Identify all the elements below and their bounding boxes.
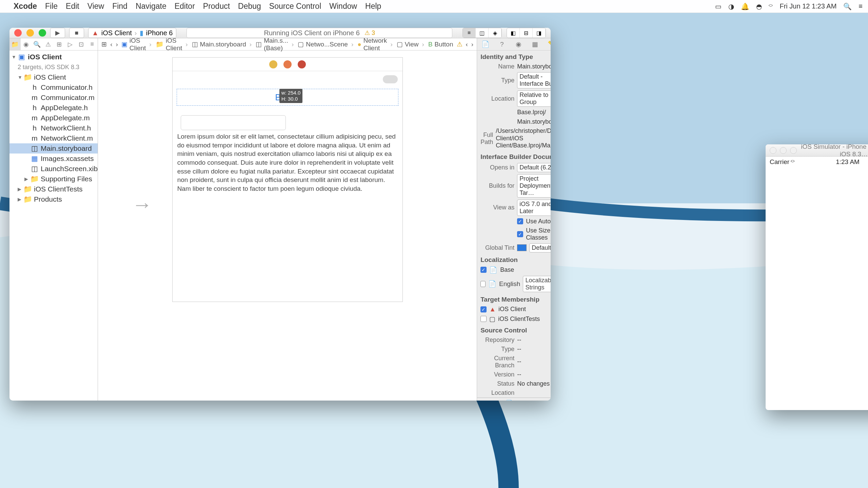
view-controller-scene[interactable]: Button w: 254.0 H: 30.0 Lorem ipsum dolo… bbox=[172, 57, 403, 302]
project-navigator-tab: 📁 bbox=[9, 38, 21, 50]
spotlight-icon[interactable]: 🔍 bbox=[843, 2, 852, 11]
minimize-button[interactable] bbox=[26, 29, 34, 37]
notification-icon[interactable]: 🔔 bbox=[741, 2, 749, 11]
menu-source-control[interactable]: Source Control bbox=[269, 2, 321, 11]
sim-zoom-button[interactable] bbox=[790, 147, 797, 154]
stop-button[interactable]: ■ bbox=[69, 28, 84, 38]
file-main-storyboard[interactable]: ◫Main.storyboard bbox=[9, 143, 98, 154]
menu-find[interactable]: Find bbox=[112, 2, 127, 11]
object-library: 📄{}⊙▦ ButtonButton - Intercepts touch ev… bbox=[477, 398, 551, 401]
simulator-title-text: iOS Simulator - iPhone 6 - iPhone 6 / iO… bbox=[800, 144, 868, 158]
identity-section-title: Identity and Type bbox=[477, 50, 551, 62]
scene-header[interactable] bbox=[173, 58, 402, 71]
loc-base-checkbox[interactable]: ✓ bbox=[480, 267, 487, 273]
uiswitch-element[interactable] bbox=[383, 75, 398, 83]
panel-visibility-seg[interactable]: ◧⊟◨ bbox=[507, 28, 546, 38]
menu-window[interactable]: Window bbox=[329, 2, 357, 11]
wifi-signal-icon: ⌔ bbox=[791, 158, 794, 166]
editor-area: ⊞ ‹ › ▣iOS Client 📁iOS Client ◫Main.stor… bbox=[98, 38, 477, 401]
target-membership-title: Target Membership bbox=[477, 293, 551, 305]
inspector-panel: 📄?◉▦📏⊕ Identity and Type NameMain.storyb… bbox=[477, 38, 551, 401]
tint-color-well[interactable] bbox=[517, 244, 527, 251]
initial-vc-arrow-icon: → bbox=[132, 193, 152, 216]
menu-file[interactable]: File bbox=[45, 2, 58, 11]
display-icon[interactable]: ▭ bbox=[715, 2, 722, 11]
menu-editor[interactable]: Editor bbox=[175, 2, 195, 11]
sim-close-button[interactable] bbox=[770, 147, 776, 154]
scheme-device-label: iPhone 6 bbox=[146, 29, 173, 37]
resize-indicator: w: 254.0 H: 30.0 bbox=[279, 89, 303, 103]
uitextfield-element[interactable] bbox=[181, 115, 286, 130]
interface-builder-canvas[interactable]: → Button w: 254.0 H: 30.0 bbox=[98, 50, 477, 401]
file-communicator-h[interactable]: hCommunicator.h bbox=[9, 82, 98, 93]
menu-navigate[interactable]: Navigate bbox=[136, 2, 166, 11]
tm-tests-checkbox[interactable] bbox=[480, 316, 487, 322]
source-control-title: Source Control bbox=[477, 324, 551, 336]
group-products[interactable]: ▶📁Products bbox=[9, 194, 98, 204]
simulator-status-bar: Carrier ⌔ 1:23 AM ▬ bbox=[766, 157, 868, 167]
run-button[interactable]: ▶ bbox=[50, 28, 65, 38]
sim-time-label: 1:23 AM bbox=[836, 158, 860, 166]
location-select[interactable]: Relative to Group bbox=[517, 90, 551, 107]
scheme-app-label: iOS Client bbox=[101, 29, 132, 37]
file-appdelegate-h[interactable]: hAppDelegate.h bbox=[9, 103, 98, 113]
wifi-icon[interactable]: ⌔ bbox=[769, 2, 773, 10]
vc-icon[interactable] bbox=[269, 60, 277, 68]
inspector-tabs[interactable]: 📄?◉▦📏⊕ bbox=[477, 38, 551, 50]
first-responder-icon[interactable] bbox=[283, 60, 292, 68]
warning-badge[interactable]: ⚠ 3 bbox=[364, 29, 375, 37]
editor-mode-seg[interactable]: ≡◫◈ bbox=[462, 28, 502, 38]
project-navigator-tree[interactable]: ▼▣iOS Client 2 targets, iOS SDK 8.3 ▼📁iO… bbox=[9, 50, 98, 401]
clock-text[interactable]: Fri Jun 12 1:23 AM bbox=[780, 2, 836, 10]
file-launchscreen-xib[interactable]: ◫LaunchScreen.xib bbox=[9, 164, 98, 174]
scheme-selector[interactable]: ▲ iOS Client › ▮ iPhone 6 bbox=[88, 28, 176, 38]
list-icon[interactable]: ≡ bbox=[859, 2, 863, 10]
type-select[interactable]: Default - Interface Build… bbox=[517, 72, 551, 88]
app-menu[interactable]: Xcode bbox=[14, 2, 37, 11]
ibdoc-section-title: Interface Builder Document bbox=[477, 150, 551, 162]
back-button[interactable]: ‹ bbox=[110, 41, 112, 48]
menu-help[interactable]: Help bbox=[365, 2, 381, 11]
close-button[interactable] bbox=[14, 29, 22, 37]
file-appdelegate-m[interactable]: mAppDelegate.m bbox=[9, 113, 98, 123]
file-communicator-m[interactable]: mCommunicator.m bbox=[9, 93, 98, 103]
tm-client-checkbox[interactable]: ✓ bbox=[480, 306, 487, 312]
ios-simulator-window: iOS Simulator - iPhone 6 - iPhone 6 / iO… bbox=[766, 144, 868, 410]
menu-edit[interactable]: Edit bbox=[66, 2, 79, 11]
project-root[interactable]: ▼▣iOS Client bbox=[9, 52, 98, 62]
global-tint-select[interactable]: Default bbox=[529, 243, 551, 252]
uilabel-lorem[interactable]: Lorem ipsum dolor sit er elit lamet, con… bbox=[177, 132, 398, 193]
view-as-select[interactable]: iOS 7.0 and Later bbox=[517, 200, 551, 216]
zoom-button[interactable] bbox=[39, 29, 46, 37]
opens-in-select[interactable]: Default (6.2) bbox=[517, 163, 551, 172]
macos-menubar: Xcode File Edit View Find Navigate Edito… bbox=[0, 0, 868, 13]
battery-icon[interactable]: ◓ bbox=[756, 2, 762, 11]
xcode-window: ▶ ■ ▲ iOS Client › ▮ iPhone 6 Running iO… bbox=[9, 28, 551, 401]
forward-button[interactable]: › bbox=[116, 41, 118, 48]
navigator-tabs[interactable]: 📁◉🔍⚠⊞▷⊡≡ bbox=[9, 38, 98, 50]
auto-layout-checkbox[interactable]: ✓ bbox=[517, 218, 523, 224]
sim-minimize-button[interactable] bbox=[780, 147, 787, 154]
carrier-label: Carrier bbox=[770, 158, 789, 166]
exit-icon[interactable] bbox=[298, 60, 306, 68]
file-images-xcassets[interactable]: ▦Images.xcassets bbox=[9, 154, 98, 164]
size-classes-checkbox[interactable]: ✓ bbox=[517, 231, 523, 237]
activity-status: Running iOS Client on iPhone 6 ⚠ 3 bbox=[186, 28, 452, 38]
group-ios-client[interactable]: ▼📁iOS Client bbox=[9, 72, 98, 82]
menu-debug[interactable]: Debug bbox=[238, 2, 261, 11]
loc-english-checkbox[interactable] bbox=[480, 281, 486, 287]
group-supporting-files[interactable]: ▶📁Supporting Files bbox=[9, 174, 98, 184]
sync-icon[interactable]: ◑ bbox=[728, 2, 734, 11]
menu-view[interactable]: View bbox=[87, 2, 104, 11]
related-items-icon[interactable]: ⊞ bbox=[101, 40, 107, 48]
file-networkclient-m[interactable]: mNetworkClient.m bbox=[9, 133, 98, 143]
loc-english-type-select[interactable]: Localizable Strings bbox=[523, 276, 551, 292]
project-subtitle: 2 targets, iOS SDK 8.3 bbox=[9, 62, 98, 72]
navigator-panel: 📁◉🔍⚠⊞▷⊡≡ ▼▣iOS Client 2 targets, iOS SDK… bbox=[9, 38, 98, 401]
library-tabs[interactable]: 📄{}⊙▦ bbox=[477, 398, 551, 401]
jump-bar[interactable]: ⊞ ‹ › ▣iOS Client 📁iOS Client ◫Main.stor… bbox=[98, 38, 477, 50]
builds-for-select[interactable]: Project Deployment Tar… bbox=[517, 174, 551, 198]
menu-product[interactable]: Product bbox=[203, 2, 230, 11]
file-networkclient-h[interactable]: hNetworkClient.h bbox=[9, 123, 98, 133]
group-tests[interactable]: ▶📁iOS ClientTests bbox=[9, 184, 98, 194]
